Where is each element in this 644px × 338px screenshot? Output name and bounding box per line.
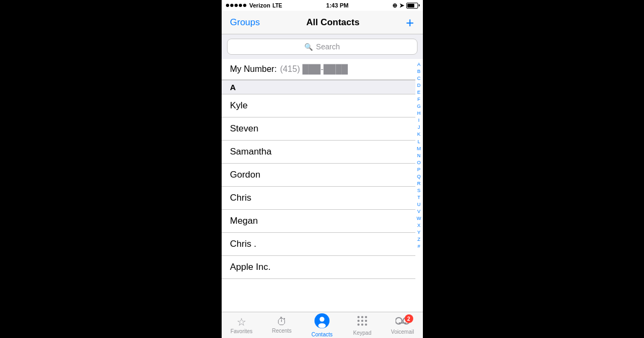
alpha-letter-n[interactable]: N	[417, 152, 421, 159]
alpha-letter-h[interactable]: H	[417, 110, 421, 117]
nav-title: All Contacts	[306, 17, 360, 28]
section-header-a: A	[222, 80, 415, 94]
my-number-label: My Number:	[230, 64, 277, 74]
alpha-letter-g[interactable]: G	[417, 103, 421, 110]
search-bar[interactable]: 🔍 Search	[227, 39, 418, 55]
list-item[interactable]: Steven	[222, 117, 415, 141]
contact-name: Chris .	[230, 239, 257, 249]
alpha-letter-u[interactable]: U	[417, 201, 421, 208]
signal-dot-3	[235, 4, 238, 7]
battery-icon	[406, 3, 418, 9]
signal-dot-4	[239, 4, 242, 7]
list-item[interactable]: Megan	[222, 210, 415, 233]
phone-frame: Verizon LTE 1:43 PM ⊕ ➤ Groups All Conta…	[222, 0, 423, 338]
battery-fill	[407, 4, 414, 8]
status-left: Verizon LTE	[226, 2, 282, 9]
tab-recents[interactable]: ⏱ Recents	[262, 312, 302, 338]
alpha-letter-s[interactable]: S	[417, 187, 420, 194]
signal-dots	[226, 4, 246, 7]
list-item[interactable]: Gordon	[222, 164, 415, 187]
add-contact-button[interactable]: +	[406, 16, 414, 30]
list-item[interactable]: Chris .	[222, 233, 415, 256]
voicemail-badge: 2	[405, 314, 413, 323]
alpha-letter-x[interactable]: X	[417, 222, 420, 229]
network-type: LTE	[273, 3, 282, 9]
svg-point-11	[365, 324, 367, 326]
groups-button[interactable]: Groups	[230, 17, 260, 28]
list-item[interactable]: Chris	[222, 187, 415, 210]
contact-name: Samantha	[230, 146, 272, 157]
recents-label: Recents	[272, 328, 292, 334]
alpha-letter-r[interactable]: R	[417, 180, 421, 187]
contact-name: Steven	[230, 123, 259, 134]
alpha-letter-o[interactable]: O	[417, 159, 421, 166]
svg-point-7	[361, 320, 363, 322]
contact-name: Kyle	[230, 100, 248, 111]
keypad-icon	[356, 315, 368, 329]
contact-name: Chris	[230, 193, 252, 203]
tab-contacts[interactable]: Contacts	[302, 312, 342, 338]
svg-point-6	[357, 320, 360, 322]
nav-bar: Groups All Contacts +	[222, 11, 423, 34]
svg-point-3	[357, 316, 360, 318]
list-item[interactable]: Samantha	[222, 141, 415, 164]
alpha-letter-q[interactable]: Q	[417, 173, 421, 180]
status-bar: Verizon LTE 1:43 PM ⊕ ➤	[222, 0, 423, 11]
alpha-letter-m[interactable]: M	[417, 145, 421, 152]
tab-bar: ☆ Favorites ⏱ Recents Contacts	[222, 312, 423, 338]
svg-point-10	[361, 324, 363, 326]
status-right: ⊕ ➤	[392, 2, 418, 9]
alpha-letter-f[interactable]: F	[418, 96, 421, 103]
svg-point-9	[357, 324, 360, 326]
carrier-name: Verizon	[250, 2, 270, 9]
favorites-label: Favorites	[230, 328, 252, 334]
search-placeholder: Search	[316, 42, 340, 51]
svg-point-1	[320, 317, 325, 321]
alpha-letter-b[interactable]: B	[417, 68, 420, 75]
keypad-label: Keypad	[353, 330, 371, 336]
location-icon: ⊕	[392, 2, 397, 9]
contacts-list: My Number: (415) ███-████ A Kyle Steven …	[222, 59, 415, 312]
my-number-value: (415) ███-████	[280, 64, 348, 74]
list-item[interactable]: Apple Inc.	[222, 256, 415, 279]
svg-point-2	[318, 323, 326, 328]
arrow-icon: ➤	[399, 2, 404, 9]
svg-point-4	[361, 316, 363, 318]
alpha-letter-k[interactable]: K	[417, 131, 420, 138]
signal-dot-2	[230, 4, 233, 7]
contact-name: Gordon	[230, 170, 261, 180]
alpha-letter-w[interactable]: W	[416, 215, 421, 222]
alpha-letter-t[interactable]: T	[418, 194, 421, 201]
alpha-letter-y[interactable]: Y	[417, 229, 420, 236]
tab-favorites[interactable]: ☆ Favorites	[222, 312, 262, 338]
list-item[interactable]: Kyle	[222, 94, 415, 117]
recents-icon: ⏱	[277, 317, 287, 327]
alpha-letter-#[interactable]: #	[418, 243, 420, 250]
tab-keypad[interactable]: Keypad	[342, 312, 383, 338]
svg-point-8	[365, 320, 367, 322]
contacts-label: Contacts	[311, 332, 332, 337]
search-icon: 🔍	[304, 43, 313, 51]
alpha-letter-v[interactable]: V	[417, 208, 420, 215]
contact-name: Apple Inc.	[230, 262, 271, 272]
svg-point-5	[365, 316, 367, 318]
contacts-icon	[314, 313, 330, 330]
alpha-letter-l[interactable]: L	[418, 138, 420, 145]
alpha-letter-z[interactable]: Z	[418, 236, 421, 243]
signal-dot-1	[226, 4, 229, 7]
alpha-letter-e[interactable]: E	[417, 89, 420, 96]
alpha-letter-p[interactable]: P	[417, 166, 420, 173]
alpha-letter-c[interactable]: C	[417, 75, 421, 82]
content-area: My Number: (415) ███-████ A Kyle Steven …	[222, 59, 423, 312]
tab-voicemail[interactable]: Voicemail 2	[383, 312, 423, 338]
alpha-letter-a[interactable]: A	[417, 61, 420, 68]
alpha-letter-j[interactable]: J	[418, 124, 420, 131]
svg-rect-14	[399, 322, 406, 324]
alpha-index: ABCDEFGHIJKLMNOPQRSTUVWXYZ#	[415, 59, 423, 312]
contact-name: Megan	[230, 216, 258, 226]
alpha-letter-i[interactable]: I	[418, 117, 420, 124]
alpha-letter-d[interactable]: D	[417, 82, 421, 89]
signal-dot-5	[243, 4, 246, 7]
favorites-icon: ☆	[237, 317, 246, 327]
voicemail-label: Voicemail	[391, 329, 414, 335]
